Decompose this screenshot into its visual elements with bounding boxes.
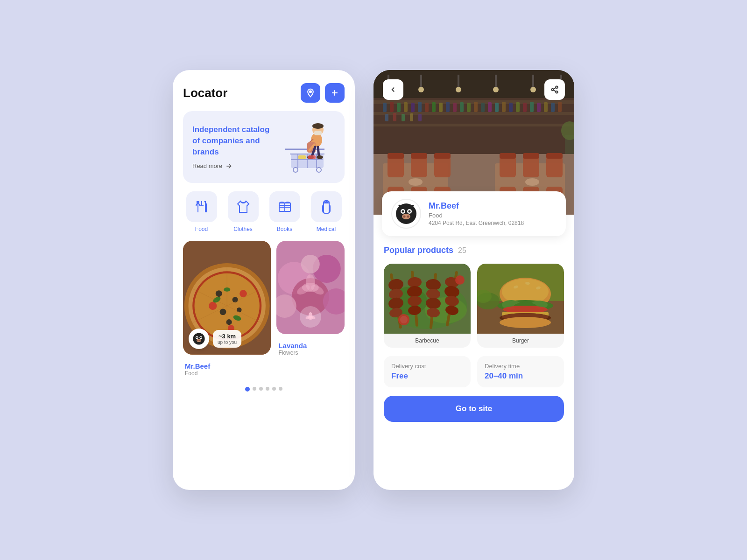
app-header: Locator xyxy=(183,83,345,103)
svg-point-10 xyxy=(293,168,298,172)
distance-badge: ~3 km up to you xyxy=(213,330,241,348)
popular-header: Popular products 25 xyxy=(384,245,564,255)
svg-point-169 xyxy=(402,210,404,213)
banner-text: Independent catalog of companies and bra… xyxy=(192,124,276,169)
delivery-time-value: 20–40 min xyxy=(485,371,557,381)
mrbeef-avatar-sm xyxy=(189,329,209,349)
svg-point-16 xyxy=(312,123,324,129)
distance-info: ~3 km up to you xyxy=(189,329,241,349)
svg-point-172 xyxy=(403,216,406,218)
svg-point-173 xyxy=(407,216,409,218)
lavanda-type: Flowers xyxy=(278,350,345,356)
category-food[interactable]: Food xyxy=(183,191,220,232)
banner-heading: Independent catalog of companies and bra… xyxy=(192,124,276,157)
venue-card: Mr.Beef Food 4204 Post Rd, East Greenwic… xyxy=(382,191,566,236)
right-content: Popular products 25 xyxy=(374,236,574,490)
share-button[interactable] xyxy=(544,79,565,100)
mrbeef-info: Mr.Beef Food xyxy=(183,358,271,377)
burger-label: Burger xyxy=(477,334,564,348)
svg-line-164 xyxy=(553,90,556,91)
venue-type: Food xyxy=(429,212,524,219)
lavanda-name: Lavanda xyxy=(278,342,345,350)
svg-point-65 xyxy=(196,337,197,338)
banner-illustration xyxy=(279,121,335,173)
medical-label: Medical xyxy=(317,226,336,232)
mrbeef-type: Food xyxy=(185,370,271,377)
venue-details: Mr.Beef Food 4204 Post Rd, East Greenwic… xyxy=(429,201,524,226)
go-to-site-button[interactable]: Go to site xyxy=(384,396,564,422)
delivery-time-box: Delivery time 20–40 min xyxy=(477,356,564,387)
svg-line-165 xyxy=(553,88,556,89)
category-books[interactable]: Books xyxy=(266,191,303,232)
mrbeef-card[interactable]: ~3 km up to you xyxy=(183,241,271,355)
featured-cards: ~3 km up to you Mr.Beef Food xyxy=(183,241,345,377)
popular-count: 25 xyxy=(458,246,466,255)
right-phone: Mr.Beef Food 4204 Post Rd, East Greenwic… xyxy=(374,70,574,490)
category-medical[interactable]: Medical xyxy=(308,191,345,232)
promo-banner: Independent catalog of companies and bra… xyxy=(183,111,345,183)
lavanda-card[interactable] xyxy=(276,241,345,334)
books-icon-box xyxy=(269,191,300,222)
carousel-dots xyxy=(183,387,345,392)
delivery-cost-label: Delivery cost xyxy=(391,363,463,370)
svg-line-21 xyxy=(318,147,319,156)
svg-point-68 xyxy=(197,340,199,341)
products-grid: Barbecue xyxy=(384,264,564,348)
product-barbecue[interactable]: Barbecue xyxy=(384,264,471,348)
dot-5[interactable] xyxy=(272,387,276,391)
food-icon-box xyxy=(186,191,217,222)
svg-point-170 xyxy=(409,210,411,213)
app-title: Locator xyxy=(183,86,227,100)
mrbeef-name: Mr.Beef xyxy=(185,362,271,370)
svg-point-161 xyxy=(556,86,558,89)
lavanda-icon xyxy=(300,306,321,328)
svg-rect-24 xyxy=(298,155,306,159)
delivery-info: Delivery cost Free Delivery time 20–40 m… xyxy=(384,356,564,387)
svg-point-0 xyxy=(310,91,311,92)
lavanda-info: Lavanda Flowers xyxy=(276,338,345,356)
barbecue-label: Barbecue xyxy=(384,334,471,348)
svg-point-163 xyxy=(556,91,558,93)
person-illustration xyxy=(282,121,333,173)
category-clothes[interactable]: Clothes xyxy=(225,191,261,232)
food-label: Food xyxy=(195,226,208,232)
header-icons xyxy=(301,83,345,103)
add-button[interactable] xyxy=(325,83,345,103)
medical-icon-box xyxy=(311,191,342,222)
svg-point-66 xyxy=(200,337,202,338)
location-button[interactable] xyxy=(301,83,320,103)
venue-avatar xyxy=(391,199,421,229)
dot-3[interactable] xyxy=(259,387,263,391)
venue-name: Mr.Beef xyxy=(429,201,524,211)
read-more-link[interactable]: Read more xyxy=(192,162,276,170)
books-label: Books xyxy=(277,226,292,232)
dot-2[interactable] xyxy=(253,387,256,391)
popular-title: Popular products xyxy=(384,245,453,255)
svg-rect-25 xyxy=(308,155,316,159)
dot-4[interactable] xyxy=(266,387,269,391)
barbecue-image xyxy=(384,264,471,334)
clothes-label: Clothes xyxy=(233,226,253,232)
delivery-cost-box: Delivery cost Free xyxy=(384,356,471,387)
svg-point-23 xyxy=(317,155,323,159)
left-phone: Locator Independent catalog of companies… xyxy=(173,70,355,490)
categories-row: Food Clothes xyxy=(183,191,345,232)
svg-point-162 xyxy=(551,89,554,91)
dot-6[interactable] xyxy=(279,387,282,391)
svg-point-11 xyxy=(317,168,321,172)
product-burger[interactable]: Burger xyxy=(477,264,564,348)
dot-1[interactable] xyxy=(245,387,250,392)
svg-point-69 xyxy=(199,340,201,341)
venue-address: 4204 Post Rd, East Greenwich, 02818 xyxy=(429,220,524,226)
clothes-icon-box xyxy=(228,191,259,222)
delivery-time-label: Delivery time xyxy=(485,363,557,370)
back-button[interactable] xyxy=(383,79,403,100)
delivery-cost-value: Free xyxy=(391,371,463,381)
svg-rect-220 xyxy=(477,264,564,334)
svg-rect-201 xyxy=(384,264,471,334)
svg-rect-15 xyxy=(314,131,322,135)
burger-image xyxy=(477,264,564,334)
